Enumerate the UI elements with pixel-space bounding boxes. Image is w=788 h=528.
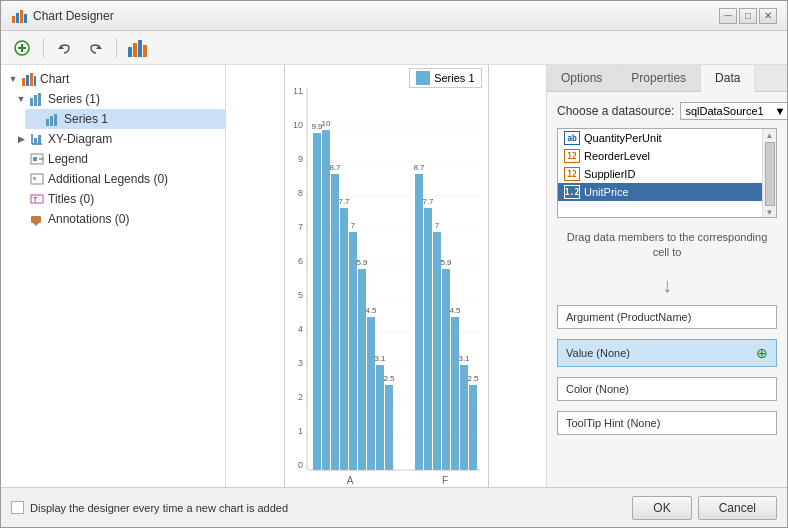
redo-button[interactable]: [82, 35, 108, 61]
chart-tree-icon: [21, 71, 37, 87]
svg-text:7: 7: [350, 221, 355, 230]
scroll-thumb[interactable]: [765, 142, 775, 206]
chart-designer-icon: [11, 8, 27, 24]
minimize-button[interactable]: ─: [719, 8, 737, 24]
svg-text:1: 1: [297, 426, 302, 436]
add-button[interactable]: [9, 35, 35, 61]
svg-text:2.5: 2.5: [467, 374, 479, 383]
tree-item-additional-legends[interactable]: Additional Legends (0): [9, 169, 225, 189]
ok-button[interactable]: OK: [632, 496, 691, 520]
display-designer-checkbox[interactable]: [11, 501, 24, 514]
svg-rect-10: [133, 43, 137, 57]
cell-value[interactable]: Value (None) ⊕: [557, 339, 777, 367]
field-icon-ab: ab: [564, 131, 580, 145]
expander-xy[interactable]: ▶: [13, 131, 29, 147]
scroll-up-btn[interactable]: ▲: [766, 131, 774, 140]
field-label-qty: QuantityPerUnit: [584, 132, 662, 144]
tab-data[interactable]: Data: [701, 65, 755, 92]
redo-icon: [87, 40, 103, 56]
expander-series[interactable]: ▼: [13, 91, 29, 107]
chart-label: Chart: [40, 72, 69, 86]
svg-rect-19: [38, 93, 41, 106]
svg-rect-1: [16, 13, 19, 23]
add-icon: [14, 40, 30, 56]
svg-rect-14: [26, 75, 29, 86]
right-panel-content: Choose a datasource: sqlDataSource1 ▼ ab…: [547, 92, 787, 487]
toolbar: [1, 31, 787, 65]
chart-legend-label: Series 1: [434, 72, 474, 84]
svg-rect-21: [50, 116, 53, 126]
svg-rect-11: [138, 40, 142, 57]
tab-bar: Options Properties Data: [547, 65, 787, 92]
cell-tooltip[interactable]: ToolTip Hint (None): [557, 411, 777, 435]
tab-properties[interactable]: Properties: [617, 65, 701, 91]
tree-item-legend[interactable]: Legend: [9, 149, 225, 169]
field-item-supplier[interactable]: 12 SupplierID: [558, 165, 762, 183]
bottom-left: Display the designer every time a new ch…: [11, 501, 288, 514]
svg-rect-60: [313, 133, 321, 470]
chart-svg: 11 10 9 8 7 6 5 4 3 2 1 0: [285, 65, 490, 487]
cell-color[interactable]: Color (None): [557, 377, 777, 401]
tree-item-chart[interactable]: ▼ Chart: [1, 69, 225, 89]
svg-rect-62: [322, 130, 330, 470]
tree-item-titles[interactable]: T Titles (0): [9, 189, 225, 209]
drag-hint: Drag data members to the corresponding c…: [557, 226, 777, 265]
datasource-select[interactable]: sqlDataSource1 ▼: [680, 102, 787, 120]
svg-text:3.1: 3.1: [458, 354, 470, 363]
svg-rect-22: [54, 114, 57, 126]
cell-argument[interactable]: Argument (ProductName): [557, 305, 777, 329]
svg-rect-18: [34, 95, 37, 106]
undo-icon: [57, 40, 73, 56]
series-group-label: Series (1): [48, 92, 100, 106]
svg-text:7: 7: [297, 222, 302, 232]
drag-arrow: ↓: [557, 273, 777, 297]
tab-options[interactable]: Options: [547, 65, 617, 91]
field-item-qty[interactable]: ab QuantityPerUnit: [558, 129, 762, 147]
fields-container: ab QuantityPerUnit 12 ReorderLevel 12 Su…: [557, 128, 777, 218]
svg-rect-17: [30, 98, 33, 106]
cancel-button[interactable]: Cancel: [698, 496, 777, 520]
scroll-down-btn[interactable]: ▼: [766, 208, 774, 217]
cell-add-icon[interactable]: ⊕: [756, 345, 768, 361]
svg-text:2: 2: [297, 392, 302, 402]
field-icon-num-supplier: 12: [564, 167, 580, 181]
tree-item-annotations[interactable]: Annotations (0): [9, 209, 225, 229]
svg-rect-3: [24, 14, 27, 23]
maximize-button[interactable]: □: [739, 8, 757, 24]
tree-item-xy-diagram[interactable]: ▶ XY-Diagram: [9, 129, 225, 149]
legend-label: Legend: [48, 152, 88, 166]
main-content: ▼ Chart ▼: [1, 65, 787, 487]
svg-rect-87: [451, 317, 459, 470]
tree-item-series-group[interactable]: ▼ Series (1): [9, 89, 225, 109]
series-group-icon: [29, 91, 45, 107]
chart-panel: Series 1 11 10 9 8 7 6 5 4 3 2 1 0: [226, 65, 547, 487]
series1-label: Series 1: [64, 112, 108, 126]
expander-add-legends: [13, 171, 29, 187]
field-item-reorder[interactable]: 12 ReorderLevel: [558, 147, 762, 165]
field-item-unitprice[interactable]: 1.2 UnitPrice: [558, 183, 762, 201]
svg-rect-70: [358, 269, 366, 470]
svg-rect-25: [34, 138, 37, 144]
titles-icon: T: [29, 191, 45, 207]
svg-rect-0: [12, 16, 15, 23]
svg-text:9: 9: [297, 154, 302, 164]
svg-text:7.7: 7.7: [338, 197, 350, 206]
toolbar-separator-2: [116, 38, 117, 58]
title-bar: Chart Designer ─ □ ✕: [1, 1, 787, 31]
svg-text:F: F: [441, 475, 447, 486]
legend-icon: [29, 151, 45, 167]
field-icon-num-reorder: 12: [564, 149, 580, 163]
svg-marker-35: [33, 223, 39, 226]
right-panel: Options Properties Data Choose a datasou…: [547, 65, 787, 487]
svg-rect-72: [367, 317, 375, 470]
close-button[interactable]: ✕: [759, 8, 777, 24]
svg-rect-9: [128, 47, 132, 57]
field-label-reorder: ReorderLevel: [584, 150, 650, 162]
undo-button[interactable]: [52, 35, 78, 61]
expander-chart[interactable]: ▼: [5, 71, 21, 87]
chart-icon-btn[interactable]: [125, 35, 151, 61]
svg-text:8: 8: [297, 188, 302, 198]
tree-item-series1[interactable]: Series 1: [25, 109, 225, 129]
fields-scrollbar[interactable]: ▲ ▼: [762, 129, 776, 217]
svg-rect-68: [349, 232, 357, 470]
